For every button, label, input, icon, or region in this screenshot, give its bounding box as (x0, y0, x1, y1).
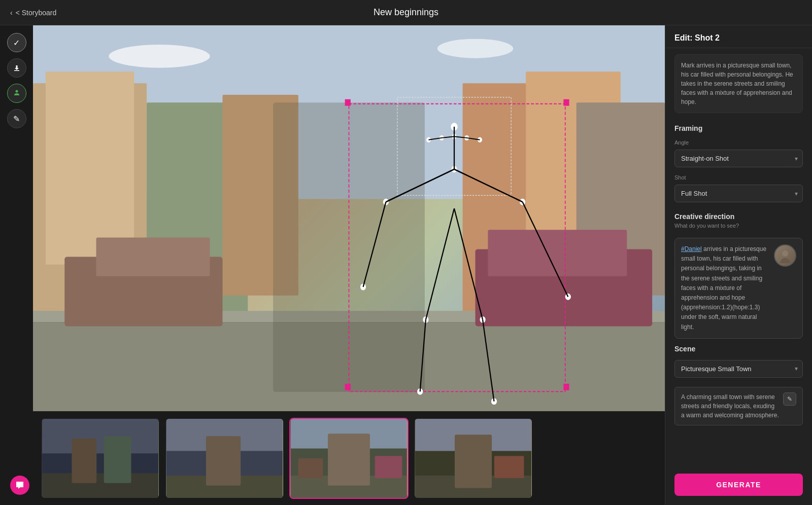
creative-box: #Daniel arrives in a picturesque small t… (674, 238, 803, 339)
svg-rect-19 (349, 104, 565, 392)
framing-section: Framing (665, 119, 812, 139)
character-avatar[interactable] (774, 244, 796, 267)
scene-edit-button[interactable]: ✎ (783, 392, 796, 406)
edit-tool-button[interactable]: ✎ (7, 109, 26, 128)
framing-title: Framing (674, 124, 803, 132)
creative-body-text: arrives in a picturesque small town, his… (681, 245, 766, 331)
panel-title: Edit: Shot 2 (674, 33, 720, 42)
angle-section: Angle Straight-on Shot Low Angle High An… (665, 139, 812, 172)
filmstrip-thumb-1[interactable] (41, 418, 160, 499)
svg-line-47 (420, 319, 426, 391)
generate-button[interactable]: GENERATE (674, 474, 803, 496)
shot-label: Shot (674, 174, 803, 181)
creative-direction-subtitle: What do you want to see? (674, 223, 803, 229)
svg-line-48 (483, 319, 494, 401)
canvas-area (33, 25, 665, 505)
svg-rect-21 (563, 99, 569, 106)
svg-rect-57 (206, 436, 241, 486)
thumb-image-2 (166, 419, 283, 498)
back-arrow-icon: ‹ (10, 9, 13, 17)
svg-rect-67 (455, 435, 492, 488)
svg-line-41 (386, 169, 454, 202)
scene-description-box: A charming small town with serene street… (674, 387, 803, 425)
angle-dropdown[interactable]: Straight-on Shot Low Angle High Angle Bi… (674, 150, 803, 167)
scene-dropdown-wrapper: Picturesque Small Town Urban Downtown Fo… (674, 360, 803, 378)
angle-label: Angle (674, 139, 803, 146)
svg-point-0 (15, 90, 18, 93)
svg-line-43 (363, 202, 386, 287)
right-panel: Edit: Shot 2 Mark arrives in a picturesq… (665, 25, 812, 505)
svg-rect-63 (375, 456, 402, 478)
download-tool-button[interactable] (7, 58, 26, 78)
scene-description-text: A charming small town with serene street… (681, 392, 779, 420)
scene-dropdown[interactable]: Picturesque Small Town Urban Downtown Fo… (674, 360, 803, 378)
shot-dropdown[interactable]: Full Shot Medium Shot Close Up Extreme C… (674, 185, 803, 202)
back-label: < Storyboard (16, 9, 57, 17)
filmstrip-thumb-2[interactable] (165, 418, 284, 499)
svg-rect-23 (563, 384, 569, 390)
svg-rect-52 (72, 439, 96, 483)
angle-dropdown-wrapper: Straight-on Shot Low Angle High Angle Bi… (674, 150, 803, 167)
thumb-image-4 (415, 419, 532, 498)
svg-rect-50 (42, 419, 158, 453)
main-canvas[interactable] (33, 25, 665, 411)
shot-description: Mark arrives in a picturesque small town… (674, 54, 803, 113)
svg-rect-20 (345, 99, 351, 106)
thumb-image-3 (290, 419, 408, 498)
creative-text[interactable]: #Daniel arrives in a picturesque small t… (681, 244, 769, 332)
scene-section: Scene (665, 339, 812, 360)
scene-dropdown-section: Picturesque Small Town Urban Downtown Fo… (665, 360, 812, 383)
scene-title: Scene (674, 345, 803, 353)
filmstrip-thumb-4[interactable] (414, 418, 533, 499)
panel-header: Edit: Shot 2 (665, 25, 812, 48)
filmstrip (33, 411, 665, 505)
thumb-image-1 (42, 419, 159, 498)
svg-rect-53 (104, 436, 131, 483)
shot-section: Shot Full Shot Medium Shot Close Up Extr… (665, 172, 812, 207)
left-toolbar: ✓ ✎ (0, 25, 33, 505)
svg-rect-68 (494, 456, 524, 478)
svg-rect-22 (345, 384, 351, 390)
filmstrip-thumb-3[interactable] (289, 418, 409, 499)
main-layout: ✓ ✎ (0, 25, 812, 505)
svg-rect-61 (328, 434, 370, 485)
creative-direction-section: Creative direction What do you want to s… (665, 207, 812, 238)
svg-point-69 (780, 258, 790, 263)
svg-rect-51 (42, 473, 158, 498)
page-title: New beginnings (374, 7, 438, 18)
svg-line-46 (454, 208, 483, 319)
chat-bubble-button[interactable] (10, 476, 29, 495)
creative-direction-title: Creative direction (674, 212, 803, 221)
svg-rect-62 (298, 458, 323, 478)
check-tool-button[interactable]: ✓ (7, 33, 26, 52)
person-tool-button[interactable] (7, 84, 26, 103)
svg-point-70 (782, 250, 788, 257)
character-highlight[interactable]: #Daniel (681, 245, 702, 252)
svg-line-42 (454, 169, 523, 202)
skeleton-overlay (33, 25, 665, 411)
back-button[interactable]: ‹ < Storyboard (10, 9, 56, 17)
svg-line-45 (426, 208, 454, 319)
shot-dropdown-wrapper: Full Shot Medium Shot Close Up Extreme C… (674, 185, 803, 202)
app-header: ‹ < Storyboard New beginnings (0, 0, 812, 25)
svg-line-44 (523, 202, 568, 297)
